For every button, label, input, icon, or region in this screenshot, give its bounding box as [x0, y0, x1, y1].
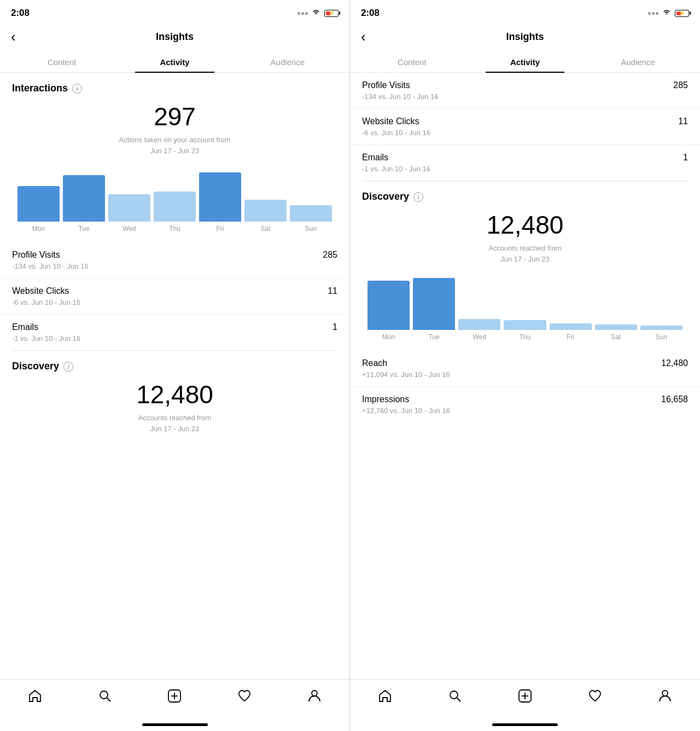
bar-wed-left: [108, 194, 150, 222]
bar-col-sun-right: [640, 326, 682, 330]
status-time-right: 2:08: [361, 8, 380, 19]
interactions-title: Interactions i: [12, 83, 337, 94]
signal-dot-3: [305, 12, 308, 15]
bar-col-tue-right: [413, 278, 455, 330]
status-time-left: 2:08: [11, 8, 30, 19]
bar-col-mon-left: [18, 186, 60, 222]
svg-point-13: [662, 691, 668, 696]
tab-content-right[interactable]: Content: [355, 52, 469, 72]
bar-sun-left: [290, 205, 332, 222]
nav-profile-right[interactable]: [630, 685, 700, 709]
interactions-info-icon[interactable]: i: [72, 84, 82, 94]
stat-impressions-right: Impressions 16,658 +12,760 vs. Jun 10 - …: [350, 386, 700, 422]
tab-audience-right[interactable]: Audience: [581, 52, 695, 72]
stat-value-website-clicks-left: 11: [328, 286, 337, 296]
bar-col-sat-right: [595, 324, 637, 330]
wifi-icon-right: [662, 8, 672, 18]
stat-label-emails-left: Emails: [12, 322, 38, 332]
bar-col-thu-right: [504, 320, 546, 330]
stat-profile-visits-left: Profile Visits 285 -134 vs. Jun 10 - Jun…: [0, 242, 349, 278]
heart-icon-left: [237, 688, 252, 706]
tab-audience-left[interactable]: Audience: [231, 52, 344, 72]
person-icon-left: [307, 688, 322, 706]
search-icon-left: [97, 688, 113, 706]
label-sat-left: Sat: [244, 225, 287, 233]
bar-col-thu-left: [154, 192, 196, 222]
label-thu-left: Thu: [154, 225, 196, 233]
nav-home-left[interactable]: [0, 685, 70, 709]
nav-add-right[interactable]: [490, 685, 560, 709]
bar-fri-right: [550, 323, 592, 330]
status-bar-left: 2:08: [0, 0, 349, 24]
discovery-chart-right: Mon Tue Wed Thu Fri Sat Sun: [362, 275, 688, 341]
stat-value-emails-left: 1: [332, 322, 337, 332]
label-tue-right: Tue: [413, 333, 455, 341]
discovery-total-right: 12,480: [362, 210, 688, 240]
label-fri-left: Fri: [199, 225, 241, 233]
discovery-title-left: Discovery i: [12, 361, 337, 372]
signal-dots-left: [298, 12, 308, 15]
home-icon-right: [377, 688, 393, 706]
bar-tue-right: [413, 278, 455, 330]
stat-emails-right: Emails 1 -1 vs. Jun 10 - Jun 16: [350, 144, 700, 181]
interactions-total: 297: [12, 102, 337, 131]
stat-label-impressions-right: Impressions: [362, 394, 409, 404]
nav-heart-right[interactable]: [560, 685, 630, 709]
phones-container: 2:08: [0, 0, 700, 731]
label-tue-left: Tue: [63, 225, 105, 233]
tab-activity-right[interactable]: Activity: [469, 52, 582, 72]
tab-content-left[interactable]: Content: [5, 52, 118, 72]
bars-left: [18, 167, 332, 222]
stat-value-impressions-right: 16,658: [661, 394, 688, 404]
bar-col-fri-right: [550, 323, 592, 330]
bar-wed-right: [458, 319, 500, 330]
interactions-chart: Mon Tue Wed Thu Fri Sat Sun: [12, 167, 337, 233]
discovery-subtitle-right: Accounts reached fromJun 17 - Jun 23: [362, 243, 688, 264]
label-mon-left: Mon: [18, 225, 60, 233]
home-indicator-left: [0, 720, 349, 731]
content-right: Profile Visits 285 -134 vs. Jun 10 - Jun…: [350, 73, 700, 679]
discovery-info-icon-left[interactable]: i: [63, 362, 73, 372]
stat-sub-website-clicks-right: -6 vs. Jun 10 - Jun 16: [362, 129, 688, 137]
bar-sat-left: [244, 200, 287, 222]
svg-point-0: [316, 13, 317, 14]
nav-search-left[interactable]: [70, 685, 140, 709]
stat-emails-left: Emails 1 -1 vs. Jun 10 - Jun 16: [0, 314, 349, 350]
stat-reach-right: Reach 12,480 +11,094 vs. Jun 10 - Jun 16: [350, 351, 700, 386]
nav-heart-left[interactable]: [209, 685, 279, 709]
battery-icon-left: ⚡: [324, 10, 339, 17]
back-button-right[interactable]: ‹: [361, 28, 377, 45]
discovery-section-left: Discovery i 12,480 Accounts reached from…: [0, 351, 349, 450]
nav-profile-left[interactable]: [279, 685, 349, 709]
svg-point-1: [100, 691, 108, 699]
nav-add-left[interactable]: [140, 685, 210, 709]
search-icon-right: [447, 688, 463, 706]
wifi-icon-left: [311, 8, 321, 18]
discovery-info-icon-right[interactable]: i: [413, 192, 423, 202]
stat-profile-visits-right: Profile Visits 285 -134 vs. Jun 10 - Jun…: [350, 73, 700, 108]
stat-value-emails-right: 1: [683, 153, 688, 163]
stat-sub-emails-left: -1 vs. Jun 10 - Jun 16: [12, 334, 337, 343]
bar-thu-right: [504, 320, 546, 330]
svg-point-7: [666, 13, 667, 14]
add-icon-right: [517, 688, 533, 706]
bar-tue-left: [63, 175, 105, 222]
battery-icon-right: ⚡: [675, 10, 689, 17]
discovery-subtitle-left: Accounts reached fromJun 17 - Jun 23: [12, 413, 337, 434]
status-icons-left: ⚡: [298, 8, 339, 18]
stat-label-profile-visits-left: Profile Visits: [12, 250, 60, 260]
bottom-nav-right: [350, 679, 700, 720]
nav-search-right[interactable]: [420, 685, 490, 709]
stat-label-profile-visits-right: Profile Visits: [362, 80, 410, 90]
stat-value-website-clicks-right: 11: [678, 117, 688, 126]
discovery-section-right: Discovery i 12,480 Accounts reached from…: [350, 181, 700, 351]
header-left: ‹ Insights: [0, 24, 349, 52]
home-icon-left: [27, 688, 43, 706]
label-sun-right: Sun: [640, 333, 682, 341]
back-button-left[interactable]: ‹: [11, 28, 27, 45]
interactions-subtitle: Actions taken on your account fromJun 17…: [12, 135, 337, 156]
tab-activity-left[interactable]: Activity: [118, 52, 231, 72]
stat-sub-profile-visits-left: -134 vs. Jun 10 - Jun 16: [12, 262, 337, 270]
nav-home-right[interactable]: [350, 685, 420, 709]
stat-value-profile-visits-right: 285: [673, 80, 688, 90]
